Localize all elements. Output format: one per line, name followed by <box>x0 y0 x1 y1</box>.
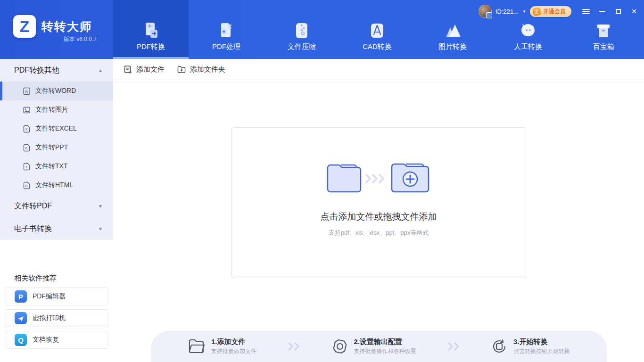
dropzone-illustration <box>232 162 526 197</box>
file-compress-icon <box>291 20 312 41</box>
image-convert-icon <box>442 20 463 41</box>
user-avatar[interactable] <box>479 5 492 18</box>
nav-tab-label: CAD转换 <box>363 42 392 51</box>
maximize-icon <box>616 9 621 14</box>
nav-tab-pdf-convert[interactable]: PDF转换 <box>113 0 189 59</box>
sidebar-section-pdf-other[interactable]: PDF转换其他 ▲ <box>0 59 113 82</box>
svg-text:W: W <box>25 89 29 93</box>
step-subtitle: 点击转换按钮开始转换 <box>513 347 570 355</box>
svg-text:H: H <box>25 184 27 188</box>
sidebar-item-to-ppt[interactable]: P 文件转PPT <box>0 138 113 157</box>
recommend-label: 虚拟打印机 <box>33 314 66 322</box>
app-logo-icon: Z <box>13 15 36 38</box>
sidebar-item-to-image[interactable]: 文件转图片 <box>0 100 113 119</box>
minimize-icon <box>599 11 605 12</box>
recommend-label: 文档恢复 <box>33 336 59 344</box>
add-folder-label: 添加文件夹 <box>190 65 225 74</box>
step-add-files: 1.添加文件 支持批量添加文件 <box>188 337 256 355</box>
sidebar: PDF转换其他 ▲ W 文件转WORD 文件转图片 X 文件转EXCEL P 文… <box>0 59 113 362</box>
recommend-card-virtual-printer[interactable]: 虚拟打印机 <box>5 309 108 327</box>
step-configure-output: 2.设置输出配置 支持批量操作和各种设置 <box>331 337 416 355</box>
app-title: 转转大师 <box>41 19 92 34</box>
nav-tab-label: PDF处理 <box>212 42 240 51</box>
step-arrow-icon <box>445 342 462 351</box>
minimize-button[interactable] <box>598 7 606 16</box>
main-content: 点击添加文件或拖拽文件添加 支持pdf、xls、xlsx、ppt、ppx等格式 <box>113 81 644 362</box>
ppt-file-icon: P <box>23 144 31 152</box>
dropzone-title: 点击添加文件或拖拽文件添加 <box>232 211 526 223</box>
hamburger-icon <box>582 9 590 14</box>
folders-transfer-icon <box>324 162 433 195</box>
add-folder-icon <box>177 65 186 74</box>
action-toolbar: 添加文件 添加文件夹 <box>113 59 644 80</box>
file-dropzone[interactable]: 点击添加文件或拖拽文件添加 支持pdf、xls、xlsx、ppt、ppx等格式 <box>231 127 526 278</box>
expand-arrow-icon: ▼ <box>98 226 103 231</box>
step-folder-icon <box>188 338 206 354</box>
vip-label: 开通会员 <box>543 8 566 16</box>
app-window: Z 转转大师 版本 v6.0.0.7 PDF转换 PDF处理 <box>0 0 644 362</box>
app-version: 版本 v6.0.0.7 <box>64 35 97 43</box>
menu-button[interactable] <box>582 7 590 16</box>
html-file-icon: H <box>23 181 31 189</box>
section-label: 电子书转换 <box>14 224 98 234</box>
word-file-icon: W <box>23 87 31 95</box>
close-button[interactable]: × <box>630 7 638 16</box>
dropzone-subtitle: 支持pdf、xls、xlsx、ppt、ppx等格式 <box>232 229 526 237</box>
recommend-title: 相关软件推荐 <box>14 274 113 283</box>
nav-tab-label: 百宝箱 <box>593 42 614 51</box>
add-file-label: 添加文件 <box>136 65 165 74</box>
close-icon: × <box>631 7 636 16</box>
vip-upgrade-button[interactable]: Z 开通会员 <box>530 6 571 17</box>
cad-convert-icon <box>367 20 388 41</box>
user-dropdown-caret-icon[interactable]: ▼ <box>522 9 526 14</box>
doc-recovery-icon: Q <box>15 334 27 346</box>
nav-tab-label: 图片转换 <box>438 42 467 51</box>
brand: Z 转转大师 版本 v6.0.0.7 <box>0 0 113 59</box>
sidebar-item-to-word[interactable]: W 文件转WORD <box>0 82 113 100</box>
step-arrow-icon <box>285 342 302 351</box>
titlebar: ID:221... ▼ Z 开通会员 × <box>479 5 638 18</box>
section-label: 文件转PDF <box>14 201 98 211</box>
sidebar-item-label: 文件转PPT <box>35 143 68 152</box>
manual-convert-icon <box>518 20 538 41</box>
step-title: 2.设置输出配置 <box>354 337 416 346</box>
logo-letter: Z <box>20 17 30 36</box>
nav-tab-cad-convert[interactable]: CAD转换 <box>339 0 415 59</box>
sidebar-item-label: 文件转TXT <box>35 162 67 171</box>
sidebar-item-to-html[interactable]: H 文件转HTML <box>0 176 113 195</box>
add-file-icon <box>124 65 132 74</box>
txt-file-icon: T <box>23 163 31 171</box>
sidebar-section-ebook[interactable]: 电子书转换 ▼ <box>0 217 113 240</box>
pdf-convert-icon <box>140 20 161 41</box>
excel-file-icon: X <box>23 125 31 133</box>
sidebar-item-to-excel[interactable]: X 文件转EXCEL <box>0 119 113 138</box>
toolbox-icon <box>593 20 614 41</box>
step-settings-icon <box>331 338 348 354</box>
nav-tab-label: PDF转换 <box>137 42 165 51</box>
step-subtitle: 支持批量添加文件 <box>211 347 256 355</box>
step-convert-icon <box>491 338 508 355</box>
virtual-printer-icon <box>15 312 27 324</box>
recommend-card-doc-recovery[interactable]: Q 文档恢复 <box>5 331 108 349</box>
pdf-editor-icon: P <box>15 290 27 303</box>
nav-tab-label: 人工转换 <box>514 42 542 51</box>
add-folder-button[interactable]: 添加文件夹 <box>177 65 225 74</box>
section-label: PDF转换其他 <box>14 66 98 75</box>
user-id[interactable]: ID:221... <box>495 8 519 15</box>
collapse-arrow-icon: ▲ <box>98 68 103 73</box>
sidebar-item-label: 文件转HTML <box>35 181 73 189</box>
svg-text:T: T <box>25 165 28 169</box>
step-title: 3.开始转换 <box>513 337 570 346</box>
maximize-button[interactable] <box>614 7 622 16</box>
vip-z-icon: Z <box>532 7 541 16</box>
sidebar-section-to-pdf[interactable]: 文件转PDF ▼ <box>0 195 113 217</box>
steps-bar: 1.添加文件 支持批量添加文件 2.设置输出配置 支持批量操作和各种设置 3.开… <box>151 331 607 362</box>
nav-tab-pdf-process[interactable]: PDF处理 <box>189 0 264 59</box>
add-file-button[interactable]: 添加文件 <box>124 65 165 74</box>
step-start-convert: 3.开始转换 点击转换按钮开始转换 <box>491 337 570 355</box>
nav-tab-file-compress[interactable]: 文件压缩 <box>264 0 339 59</box>
sidebar-item-to-txt[interactable]: T 文件转TXT <box>0 157 113 176</box>
window-controls: × <box>582 7 638 16</box>
recommend-card-pdf-editor[interactable]: P PDF编辑器 <box>5 288 108 305</box>
sidebar-sections: PDF转换其他 ▲ W 文件转WORD 文件转图片 X 文件转EXCEL P 文… <box>0 59 113 240</box>
